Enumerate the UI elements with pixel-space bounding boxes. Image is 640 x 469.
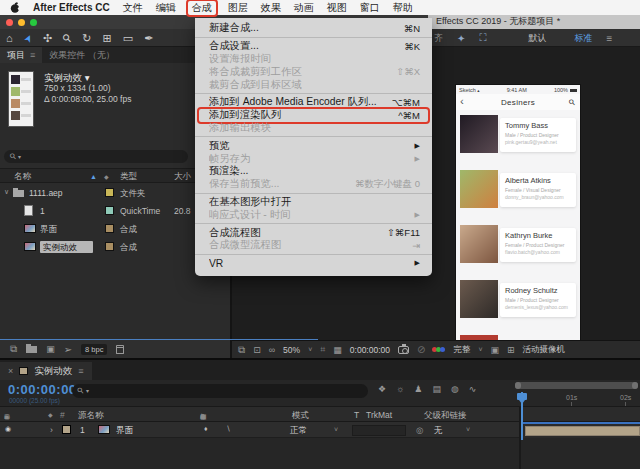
label-color-swatch[interactable] (105, 224, 114, 233)
layer-row[interactable]: ◉ › 1 界面 ♦ ∖ 正常 ˅ ◎ 无 ˅ (0, 422, 520, 438)
workspace-default[interactable]: 默认 (528, 32, 546, 45)
layer-duration-bar[interactable] (525, 426, 640, 436)
view-lock-icon[interactable]: ∞ (269, 345, 275, 355)
workspace-menu-icon[interactable]: ≡ (606, 33, 612, 44)
menubar-item-1[interactable]: 编辑 (156, 1, 176, 15)
playhead-handle[interactable] (517, 393, 527, 400)
channel-rgb-icon[interactable] (433, 347, 445, 352)
active-camera-selector[interactable]: 活动摄像机 (523, 344, 566, 356)
home-icon[interactable]: ⌂ (6, 32, 13, 44)
comp-flowchart-icon[interactable]: ❖ (378, 384, 386, 394)
snapshot-camera-icon[interactable] (398, 346, 409, 354)
time-navigator[interactable] (515, 382, 638, 389)
layer-parent-value[interactable]: 无 (434, 425, 443, 437)
project-item-name[interactable]: 实例动效 ▾ (44, 72, 131, 83)
workspace-standard[interactable]: 标准 (574, 32, 592, 45)
motion-blur-icon[interactable]: ◍ (451, 384, 459, 394)
menu-item-22[interactable]: VR▶ (195, 257, 432, 270)
new-folder-icon[interactable] (26, 346, 37, 353)
layer-mode-chevron-icon[interactable]: ˅ (334, 426, 338, 433)
tab-effect-controls[interactable]: 效果控件 （无） (42, 47, 122, 63)
rotate-tool-icon[interactable]: ↻ (82, 32, 91, 45)
puppet-icon[interactable]: ✦ (457, 33, 465, 44)
magnification-value[interactable]: 50% (283, 345, 300, 355)
menu-item-8[interactable]: 添加到渲染队列^⌘M (195, 109, 432, 122)
label-color-swatch[interactable] (105, 242, 114, 251)
import-icon[interactable]: ⧉ (10, 343, 17, 355)
frame-blend-icon[interactable]: ▤ (432, 384, 441, 394)
bit-depth-badge[interactable]: 8 bpc (81, 344, 107, 355)
layer-mode-value[interactable]: 正常 (290, 425, 307, 437)
minimize-window-button[interactable] (18, 19, 25, 26)
zoom-window-button[interactable] (30, 19, 37, 26)
rect-tool-icon[interactable]: ▭ (123, 32, 133, 45)
menu-item-19[interactable]: 合成流程图⇧⌘F11 (195, 226, 432, 239)
item-name[interactable]: 1 (40, 206, 45, 216)
resolution-value[interactable]: 完整 (453, 344, 470, 356)
layer-eye-icon[interactable]: ◉ (5, 425, 11, 433)
panel-menu-icon[interactable]: ≡ (30, 50, 35, 60)
menubar-item-8[interactable]: 帮助 (393, 1, 413, 15)
target-region-icon[interactable]: ▣ (490, 345, 499, 355)
close-window-button[interactable] (6, 19, 13, 26)
menu-item-16[interactable]: 在基本图形中打开 (195, 196, 432, 209)
close-tab-icon[interactable]: × (8, 366, 13, 376)
menubar-item-0[interactable]: 文件 (123, 1, 143, 15)
item-name[interactable]: 界面 (40, 224, 57, 234)
item-name[interactable]: 实例动效 (40, 241, 93, 253)
pixel-aspect-icon[interactable]: ⊞ (507, 345, 515, 355)
graph-editor-icon[interactable]: ∿ (469, 384, 477, 394)
layer-parent-chevron-icon[interactable]: ˅ (466, 426, 470, 433)
menubar-item-2[interactable]: 合成 (186, 0, 218, 17)
menu-item-11[interactable]: 预览▶ (195, 139, 432, 152)
label-color-swatch[interactable] (105, 206, 114, 215)
menubar-item-3[interactable]: 图层 (228, 1, 248, 15)
viewer-timecode[interactable]: 0:00:00:00 (350, 345, 390, 355)
selection-tool-icon[interactable]: ➤ (21, 32, 35, 44)
always-preview-icon[interactable]: ⧉ (238, 344, 245, 356)
camera-tool-icon[interactable]: ⊞ (103, 32, 112, 45)
menu-item-2[interactable]: 合成设置...⌘K (195, 40, 432, 53)
menubar-item-7[interactable]: 窗口 (360, 1, 380, 15)
pickwhip-icon[interactable]: ◎ (416, 425, 423, 435)
pen-tool-icon[interactable]: ✒ (144, 32, 153, 45)
layer-name[interactable]: 界面 (116, 425, 133, 437)
layer-trkmat-box[interactable] (352, 425, 406, 436)
render-queue-icon[interactable]: ➢ (64, 344, 72, 355)
label-color-swatch[interactable] (105, 188, 114, 197)
menubar-item-5[interactable]: 动画 (294, 1, 314, 15)
show-snapshot-icon[interactable]: ⊘ (417, 344, 425, 355)
tab-project[interactable]: 项目≡ (0, 47, 42, 63)
item-name[interactable]: 1111.aep (29, 188, 63, 198)
new-comp-icon[interactable]: ▣ (46, 344, 55, 354)
timeline-timecode[interactable]: 0:00:00:00 (8, 382, 77, 397)
layer-label-swatch[interactable] (62, 425, 71, 434)
draft3d-icon[interactable]: ☼ (396, 384, 404, 394)
transparency-grid-icon[interactable]: ▦ (333, 345, 342, 355)
timeline-tab-menu-icon[interactable]: ≡ (78, 366, 83, 376)
menubar-item-6[interactable]: 视图 (327, 1, 347, 15)
trash-icon[interactable] (116, 345, 124, 354)
timeline-tab[interactable]: × 实例动效 ≡ (0, 362, 92, 380)
timeline-search-input[interactable]: ⚲ ▾ (72, 384, 368, 398)
project-search-input[interactable]: ⚲ ▾ (4, 150, 188, 163)
layer-expand-icon[interactable]: › (50, 425, 53, 435)
designer-email: pink.gertau9@yeah.net (505, 139, 576, 145)
menu-item-0[interactable]: 新建合成...⌘N (195, 22, 432, 35)
menu-item-13[interactable]: 预渲染... (195, 165, 432, 178)
expand-caret-icon[interactable]: ∨ (4, 188, 9, 196)
magnification-chevron-icon[interactable]: ˅ (308, 346, 312, 353)
shy-icon[interactable]: ♟ (414, 384, 422, 394)
roi-icon[interactable]: ⌗ (320, 344, 325, 355)
menu-item-7[interactable]: 添加到 Adobe Media Encoder 队列...⌥⌘M (195, 96, 432, 109)
main-monitor-icon[interactable]: ⊡ (253, 345, 261, 355)
timeline-columns-header[interactable]: ◉ ♪ ● ⊡ ◆ # 源名称 ♟☼∖fx▦◎◐⊕ 模式 T TrkMat 父级… (0, 406, 640, 422)
designer-avatar (460, 115, 498, 153)
zoom-tool-icon[interactable]: ⚲ (60, 31, 75, 46)
hand-tool-icon[interactable]: ✣ (43, 32, 52, 45)
app-name[interactable]: After Effects CC (33, 2, 110, 13)
menubar-item-4[interactable]: 效果 (261, 1, 281, 15)
apple-icon[interactable] (10, 2, 20, 13)
snapping-icon[interactable]: ⛶ (479, 32, 486, 44)
resolution-chevron-icon[interactable]: ˅ (478, 346, 482, 353)
